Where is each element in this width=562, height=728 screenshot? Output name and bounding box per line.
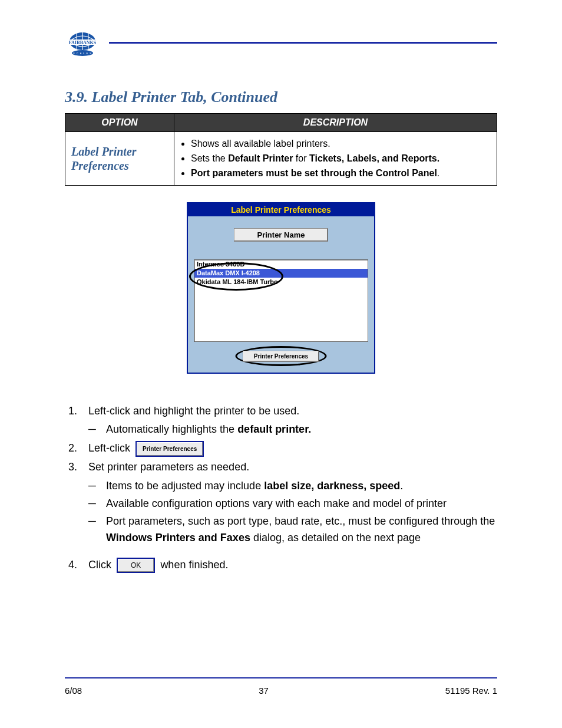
step-3: 3. Set printer parameters as needed.: [65, 459, 497, 476]
dialog-titlebar: Label Printer Preferences: [188, 203, 374, 216]
footer-page: 37: [259, 686, 269, 696]
step-4: 4. Click OK when finished.: [65, 557, 497, 574]
step-3a: ─ Items to be adjusted may include label…: [88, 478, 497, 495]
list-item[interactable]: DataMax DMX I-4208: [194, 269, 368, 278]
fairbanks-logo: FAIRBANKS S C A L E S: [65, 29, 100, 59]
printer-name-header[interactable]: Printer Name: [234, 228, 328, 242]
printer-listbox[interactable]: Intermec 3400D DataMax DMX I-4208 Okidat…: [194, 259, 368, 342]
step-2: 2. Left-click Printer Preferences: [65, 440, 497, 457]
bullet-3: Port parameters must be set through the …: [191, 166, 491, 180]
page-footer: 6/08 37 51195 Rev. 1: [65, 677, 497, 696]
row-desc: Shows all available label printers. Sets…: [174, 132, 497, 186]
options-table: OPTION DESCRIPTION Label Printer Prefere…: [65, 113, 497, 186]
list-item[interactable]: Intermec 3400D: [194, 260, 368, 269]
logo-text: FAIRBANKS: [69, 40, 97, 45]
step-3c: ─ Port parameters, such as port type, ba…: [88, 513, 497, 546]
bullet-2: Sets the Default Printer for Tickets, La…: [191, 151, 491, 165]
step-1: 1. Left-click and highlight the printer …: [65, 403, 497, 420]
svg-text:S C A L E S: S C A L E S: [73, 52, 92, 55]
footer-date: 6/08: [65, 686, 82, 696]
page-header: FAIRBANKS S C A L E S: [65, 29, 497, 59]
table-row: Label Printer Preferences Shows all avai…: [65, 132, 497, 186]
footer-rule: [65, 677, 497, 678]
step-3b: ─ Available configuration options vary w…: [88, 496, 497, 512]
header-rule: [109, 42, 497, 44]
bullet-1: Shows all available label printers.: [191, 137, 491, 150]
table-head-option: OPTION: [65, 114, 174, 132]
steps-list: 1. Left-click and highlight the printer …: [65, 403, 497, 574]
list-item[interactable]: Okidata ML 184-IBM Turbo: [194, 278, 368, 286]
table-head-desc: DESCRIPTION: [174, 114, 497, 132]
section-heading: 3.9. Label Printer Tab, Continued: [65, 88, 497, 106]
dialog-figure: Label Printer Preferences Printer Name I…: [65, 202, 497, 374]
printer-preferences-button[interactable]: Printer Preferences: [243, 351, 319, 362]
step-1a: ─ Automatically highlights the default p…: [88, 421, 497, 438]
inline-printer-preferences-button[interactable]: Printer Preferences: [135, 441, 204, 457]
inline-ok-button[interactable]: OK: [117, 558, 155, 574]
footer-docrev: 51195 Rev. 1: [445, 686, 497, 696]
row-label: Label Printer Preferences: [65, 132, 174, 186]
